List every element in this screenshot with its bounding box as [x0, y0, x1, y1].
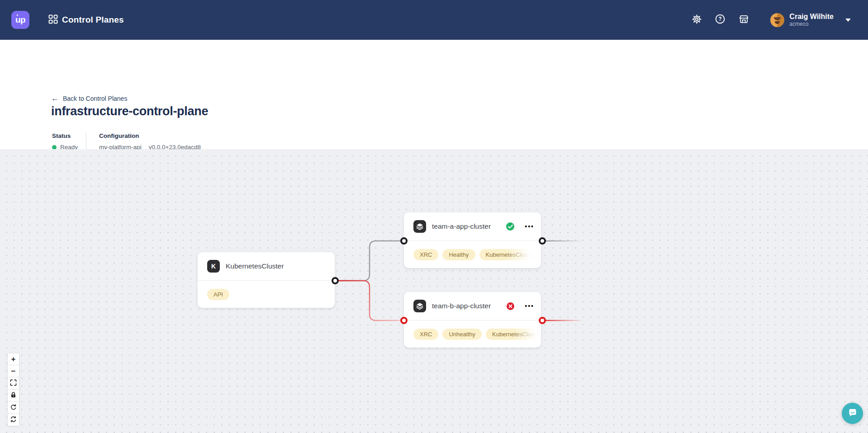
port-team-a-out[interactable] — [539, 237, 546, 245]
node-team-a-app-cluster[interactable]: team-a-app-cluster ••• XRC Healthy Kuber… — [404, 212, 541, 268]
node-title: team-a-app-cluster — [432, 222, 500, 231]
tag-xrc: XRC — [413, 249, 438, 260]
node-title: KubernetesCluster — [226, 262, 328, 270]
tag-api: API — [207, 289, 229, 300]
status-section: Status Ready — [52, 132, 86, 151]
page-header: ← Back to Control Planes infrastructure-… — [0, 40, 868, 149]
top-navbar: up Control Planes ? — [0, 0, 868, 40]
node-title: team-b-app-cluster — [432, 302, 501, 310]
zoom-in-button[interactable]: + — [7, 353, 19, 365]
lock-icon — [10, 391, 17, 400]
chat-bubble-icon — [847, 407, 858, 419]
node-kubernetescluster[interactable]: K KubernetesCluster API — [198, 252, 335, 308]
chevron-down-icon — [845, 19, 851, 22]
zoom-out-button[interactable]: − — [7, 365, 19, 377]
svg-text:?: ? — [719, 16, 722, 22]
rotate-icon — [10, 404, 17, 412]
graph-edges — [0, 149, 868, 433]
port-team-a-in[interactable] — [400, 237, 408, 245]
unhealthy-x-icon — [507, 302, 514, 310]
tag-kubernetescluster: KubernetesCluster — [479, 249, 531, 260]
gear-icon — [692, 14, 702, 26]
more-menu-button[interactable]: ••• — [525, 223, 534, 230]
upbound-logo[interactable]: up — [11, 11, 29, 29]
more-menu-button[interactable]: ••• — [525, 302, 534, 310]
help-icon: ? — [715, 14, 725, 26]
back-link[interactable]: ← Back to Control Planes — [51, 94, 127, 102]
refresh-sync-icon — [10, 416, 17, 424]
layers-icon — [413, 220, 426, 233]
tag-unhealthy: Unhealthy — [442, 329, 482, 340]
port-kubernetescluster-out[interactable] — [332, 277, 339, 284]
user-name: Craig Wilhite — [789, 13, 834, 21]
port-team-b-in[interactable] — [400, 317, 408, 324]
k-icon: K — [207, 260, 220, 273]
status-label: Status — [52, 132, 86, 139]
tag-xrc: XRC — [413, 329, 438, 340]
node-team-b-app-cluster[interactable]: team-b-app-cluster ••• XRC Unhealthy Kub… — [404, 292, 541, 348]
app-switcher[interactable]: Control Planes — [48, 14, 124, 26]
marketplace-button[interactable] — [739, 15, 749, 25]
back-arrow-icon: ← — [51, 94, 59, 102]
avatar — [770, 13, 784, 27]
chat-launcher-button[interactable] — [842, 403, 863, 424]
layers-icon — [413, 300, 426, 312]
user-org: acmeco — [789, 21, 834, 27]
tag-kubernetescluster: KubernetesCluster — [486, 329, 538, 340]
grid-icon — [48, 14, 58, 26]
fit-view-icon — [10, 379, 17, 387]
configuration-label: Configuration — [99, 132, 201, 139]
healthy-check-icon — [506, 222, 514, 231]
nav-title: Control Planes — [62, 15, 124, 25]
storefront-icon — [739, 14, 749, 26]
graph-canvas[interactable]: K KubernetesCluster API team-a-app-clust… — [0, 149, 868, 433]
tag-healthy: Healthy — [442, 249, 475, 260]
settings-gear-button[interactable] — [692, 15, 702, 25]
rotate-button[interactable] — [7, 402, 19, 414]
help-button[interactable]: ? — [715, 15, 725, 25]
metadata-row: Status Ready Configuration my-platform-a… — [52, 132, 201, 151]
back-link-label: Back to Control Planes — [63, 95, 127, 102]
graph-controls: + − — [7, 353, 19, 426]
user-menu[interactable]: Craig Wilhite acmeco — [770, 13, 851, 28]
fit-view-button[interactable] — [7, 377, 19, 390]
lock-button[interactable] — [7, 390, 19, 402]
refresh-button[interactable] — [7, 414, 19, 426]
page-title: infrastructure-control-plane — [51, 104, 208, 118]
port-team-b-out[interactable] — [539, 317, 546, 324]
status-dot — [52, 145, 57, 150]
configuration-section: Configuration my-platform-api v0.0.0+23.… — [86, 132, 201, 151]
